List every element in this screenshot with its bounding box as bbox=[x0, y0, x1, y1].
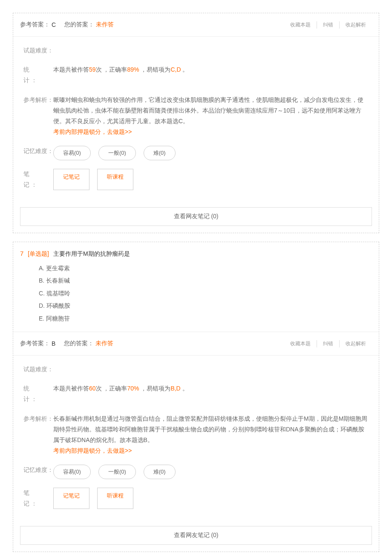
question-block-6: 参考答案： C 您的答案： 未作答 收藏本题 纠错 收起解析 试题难度： 统 计… bbox=[13, 13, 379, 233]
option-b[interactable]: B. 长春新碱 bbox=[39, 275, 353, 287]
memory-label: 记忆难度： bbox=[23, 465, 53, 479]
question-type: [单选题] bbox=[28, 250, 49, 257]
analysis-details: 试题难度： 统 计： 本题共被作答60次 ，正确率70% ，易错项为B,D 。 … bbox=[13, 356, 379, 522]
difficulty-value bbox=[53, 45, 369, 56]
correct-answer: B bbox=[52, 340, 55, 347]
memory-easy-button[interactable]: 容易(0) bbox=[53, 146, 91, 160]
stats-content: 本题共被作答60次 ，正确率70% ，易错项为B,D 。 bbox=[53, 383, 369, 405]
collapse-analysis-button[interactable]: 收起解析 bbox=[339, 21, 372, 29]
option-e[interactable]: E. 阿糖胞苷 bbox=[39, 312, 353, 325]
your-answer-label: 您的答案： bbox=[64, 21, 94, 29]
memory-normal-button[interactable]: 一般(0) bbox=[98, 465, 136, 479]
difficulty-value bbox=[53, 364, 369, 375]
report-error-button[interactable]: 纠错 bbox=[317, 340, 339, 347]
stats-label: 统 计： bbox=[23, 383, 53, 405]
listen-course-button[interactable]: 听课程 bbox=[97, 488, 133, 509]
option-a[interactable]: A. 更生霉素 bbox=[39, 262, 353, 275]
favorite-button[interactable]: 收藏本题 bbox=[284, 340, 317, 347]
your-answer-value: 未作答 bbox=[95, 340, 113, 347]
question-number: 7 bbox=[20, 250, 23, 257]
difficulty-label: 试题难度： bbox=[23, 364, 53, 375]
analysis-details: 试题难度： 统 计： 本题共被作答59次 ，正确率89% ，易错项为C,D 。 … bbox=[13, 37, 379, 203]
ref-answer-label: 参考答案： bbox=[20, 340, 50, 347]
ref-answer-label: 参考答案： bbox=[20, 21, 50, 29]
listen-course-button[interactable]: 听课程 bbox=[97, 169, 133, 190]
answer-bar: 参考答案： C 您的答案： 未作答 收藏本题 纠错 收起解析 bbox=[13, 13, 379, 37]
memory-normal-button[interactable]: 一般(0) bbox=[98, 146, 136, 160]
option-list: A. 更生霉素 B. 长春新碱 C. 巯基嘌呤 D. 环磷酰胺 E. 阿糖胞苷 bbox=[13, 262, 379, 332]
stats-label: 统 计： bbox=[23, 64, 53, 86]
question-header: 7 [单选题] 主要作用于M期的抗肿瘤药是 bbox=[13, 242, 379, 262]
favorite-button[interactable]: 收藏本题 bbox=[284, 21, 317, 29]
take-note-button[interactable]: 记笔记 bbox=[53, 488, 89, 509]
your-answer-label: 您的答案： bbox=[64, 340, 94, 347]
memory-hard-button[interactable]: 难(0) bbox=[144, 465, 176, 479]
memory-easy-button[interactable]: 容易(0) bbox=[53, 465, 91, 479]
notes-label: 笔 记： bbox=[23, 169, 53, 190]
collapse-analysis-button[interactable]: 收起解析 bbox=[339, 340, 372, 347]
report-error-button[interactable]: 纠错 bbox=[317, 21, 339, 29]
analysis-label: 参考解析： bbox=[23, 95, 53, 138]
option-d[interactable]: D. 环磷酰胺 bbox=[39, 300, 353, 312]
view-friend-notes-button[interactable]: 查看网友笔记 (0) bbox=[20, 526, 372, 545]
question-block-7: 7 [单选题] 主要作用于M期的抗肿瘤药是 A. 更生霉素 B. 长春新碱 C.… bbox=[13, 242, 379, 552]
memory-hard-button[interactable]: 难(0) bbox=[144, 146, 176, 160]
your-answer-value: 未作答 bbox=[96, 21, 114, 29]
take-note-button[interactable]: 记笔记 bbox=[53, 169, 89, 190]
correct-answer: C bbox=[52, 21, 56, 28]
stats-content: 本题共被作答59次 ，正确率89% ，易错项为C,D 。 bbox=[53, 64, 369, 86]
pre-exam-link[interactable]: 考前内部押题锁分，去做题>> bbox=[53, 128, 132, 135]
option-c[interactable]: C. 巯基嘌呤 bbox=[39, 287, 353, 300]
analysis-content: 长春新碱作用机制是通过与微管蛋白结合，阻止微管装配并阻碍纺锤体形成，使细胞分裂停… bbox=[53, 413, 369, 457]
pre-exam-link[interactable]: 考前内部押题锁分，去做题>> bbox=[53, 447, 132, 454]
answer-bar: 参考答案： B 您的答案： 未作答 收藏本题 纠错 收起解析 bbox=[13, 332, 379, 356]
question-text: 主要作用于M期的抗肿瘤药是 bbox=[53, 250, 130, 257]
analysis-label: 参考解析： bbox=[23, 413, 53, 457]
memory-label: 记忆难度： bbox=[23, 146, 53, 160]
analysis-content: 哌嗪对蛔虫和蛲虫均有较强的作用，它通过改变虫体肌细胞膜的离子通透性，使肌细胞超极… bbox=[53, 95, 369, 138]
view-friend-notes-button[interactable]: 查看网友笔记 (0) bbox=[20, 207, 372, 226]
notes-label: 笔 记： bbox=[23, 488, 53, 509]
difficulty-label: 试题难度： bbox=[23, 45, 53, 56]
